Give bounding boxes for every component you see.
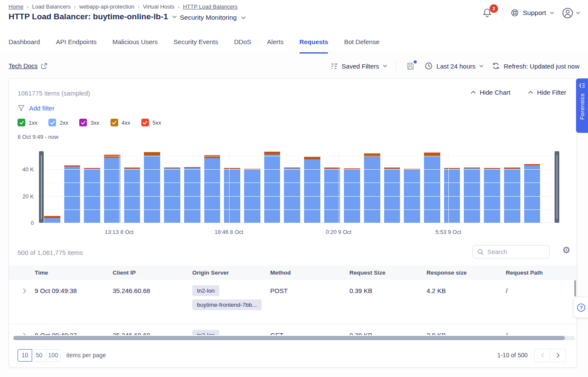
chart-range-handle-right[interactable] — [555, 151, 559, 223]
saved-filters-dropdown[interactable]: Saved Filters — [331, 63, 388, 70]
hide-filter-toggle[interactable]: Hide Filter — [528, 89, 566, 96]
horizontal-scrollbar-thumb[interactable] — [13, 336, 565, 340]
breadcrumb-item[interactable]: Load Balancers — [32, 3, 71, 10]
chart-bar — [504, 151, 520, 223]
y-axis-tick: 40 K — [15, 166, 34, 173]
support-menu[interactable]: Support — [510, 9, 554, 17]
view-selector-dropdown[interactable]: Security Monitoring — [180, 14, 246, 21]
breadcrumb-separator: › — [27, 4, 29, 10]
tab-bot-defense[interactable]: Bot Defense — [344, 38, 379, 54]
checkbox-3xx[interactable] — [79, 119, 87, 126]
bar-segment-2xx — [144, 156, 160, 223]
notifications-button[interactable]: 3 — [480, 7, 495, 19]
status-filter-4xx[interactable]: 4xx — [110, 119, 130, 126]
table-settings-gear-icon[interactable]: ⚙ — [562, 245, 570, 254]
search-input[interactable] — [487, 248, 543, 255]
column-header-time[interactable]: Time — [35, 266, 113, 280]
cell-request-size: 0.39 KB — [349, 280, 427, 324]
forensics-label: Forensics — [579, 93, 585, 120]
page-size-50[interactable]: 50 — [32, 349, 46, 362]
column-header-origin-server[interactable]: Origin Server — [192, 266, 270, 280]
tab-malicious-users[interactable]: Malicious Users — [112, 38, 158, 54]
horizontal-scrollbar[interactable] — [13, 336, 575, 340]
chart-bar — [204, 151, 221, 223]
row-expand-button[interactable] — [9, 324, 35, 335]
hide-chart-toggle[interactable]: Hide Chart — [471, 89, 510, 96]
breadcrumb-item[interactable]: Virtual Hosts — [143, 3, 174, 10]
tab-security-events[interactable]: Security Events — [173, 38, 218, 54]
x-axis-tick: 13:13 8 Oct — [105, 229, 134, 235]
chart-bar — [104, 151, 120, 223]
chevron-right-icon — [556, 353, 560, 358]
cell-origin-server: tn2-lonbuytime-frontend-7bb... — [192, 280, 270, 324]
tab-requests[interactable]: Requests — [299, 38, 328, 54]
chart-bar — [84, 151, 100, 223]
account-menu[interactable] — [562, 7, 580, 19]
header-divider — [502, 6, 503, 20]
gridline-vertical — [339, 151, 339, 223]
chevron-down-icon — [550, 12, 554, 14]
tab-dashboard[interactable]: Dashboard — [9, 38, 40, 54]
help-icon: ? — [576, 303, 586, 312]
refresh-button[interactable]: Refresh: Updated just now — [492, 62, 579, 70]
tech-docs-link[interactable]: Tech Docs — [9, 63, 47, 69]
bar-segment-2xx — [364, 157, 380, 223]
search-icon — [477, 248, 484, 255]
prev-page-button[interactable] — [534, 349, 550, 362]
chevron-up-icon — [528, 91, 533, 94]
cell-method: GET — [270, 324, 349, 335]
tab-api-endpoints[interactable]: API Endpoints — [56, 38, 96, 54]
column-header-response-size[interactable]: Response size — [427, 266, 506, 280]
notification-badge: 3 — [490, 4, 498, 13]
chevron-down-icon — [383, 65, 387, 67]
title-chevron-down-icon[interactable] — [172, 15, 177, 18]
status-filter-3xx[interactable]: 3xx — [79, 119, 99, 126]
chart-bar — [364, 151, 380, 223]
help-button[interactable]: ? — [574, 297, 588, 317]
column-header-method[interactable]: Method — [270, 266, 349, 280]
checkbox-2xx[interactable] — [48, 119, 56, 126]
check-icon — [81, 121, 86, 125]
page-size-100[interactable]: 100 — [46, 349, 60, 362]
breadcrumb-item[interactable]: HTTP Load Balancers — [183, 3, 238, 10]
next-page-button[interactable] — [550, 349, 566, 362]
vertical-scrollbar-thumb[interactable] — [574, 280, 576, 296]
breadcrumb-separator: › — [74, 4, 76, 10]
bar-segment-2xx — [104, 158, 120, 223]
column-header-request-path[interactable]: Request Path — [506, 266, 576, 280]
cell-request-path: / — [506, 324, 576, 335]
breadcrumb-item[interactable]: webapp-api-protection — [79, 3, 134, 10]
chart-bar — [384, 151, 400, 223]
toolbar-divider — [396, 60, 396, 72]
forensics-side-tab[interactable]: Forensics — [576, 78, 588, 133]
checkbox-4xx[interactable] — [110, 119, 118, 126]
column-header-request-size[interactable]: Request Size — [349, 266, 427, 280]
status-filter-5xx[interactable]: 5xx — [141, 119, 161, 126]
page-size-10[interactable]: 10 — [18, 349, 32, 362]
column-header-client-ip[interactable]: Client IP — [113, 266, 192, 280]
gridline-vertical — [119, 151, 119, 223]
requests-panel: 1061775 items (sampled) Hide Chart Hide … — [9, 78, 577, 368]
save-filter-button[interactable] — [405, 61, 416, 71]
status-filter-label: 1xx — [29, 120, 37, 126]
checkbox-1xx[interactable] — [18, 119, 25, 126]
breadcrumb-item[interactable]: Home — [9, 3, 24, 10]
time-range-dropdown[interactable]: Last 24 hours — [425, 62, 484, 70]
status-filter-2xx[interactable]: 2xx — [48, 119, 68, 126]
status-filter-1xx[interactable]: 1xx — [18, 119, 37, 126]
add-filter-button[interactable]: Add filter — [18, 105, 54, 112]
add-filter-label: Add filter — [29, 105, 54, 112]
y-axis-tick: 20 K — [15, 193, 34, 200]
bar-segment-2xx — [284, 168, 300, 223]
checkbox-5xx[interactable] — [141, 119, 149, 126]
chart-bar — [324, 151, 340, 223]
chart-range-handle-left[interactable] — [39, 151, 44, 223]
tab-ddos[interactable]: DDoS — [234, 38, 251, 54]
items-summary: 1061775 items (sampled) — [18, 90, 90, 97]
chart-bar — [264, 151, 281, 223]
origin-server-chip: tn2-lon — [192, 285, 219, 296]
tab-alerts[interactable]: Alerts — [267, 38, 284, 54]
support-icon — [510, 9, 519, 17]
chart-bar — [124, 151, 140, 223]
row-expand-button[interactable] — [9, 280, 35, 324]
